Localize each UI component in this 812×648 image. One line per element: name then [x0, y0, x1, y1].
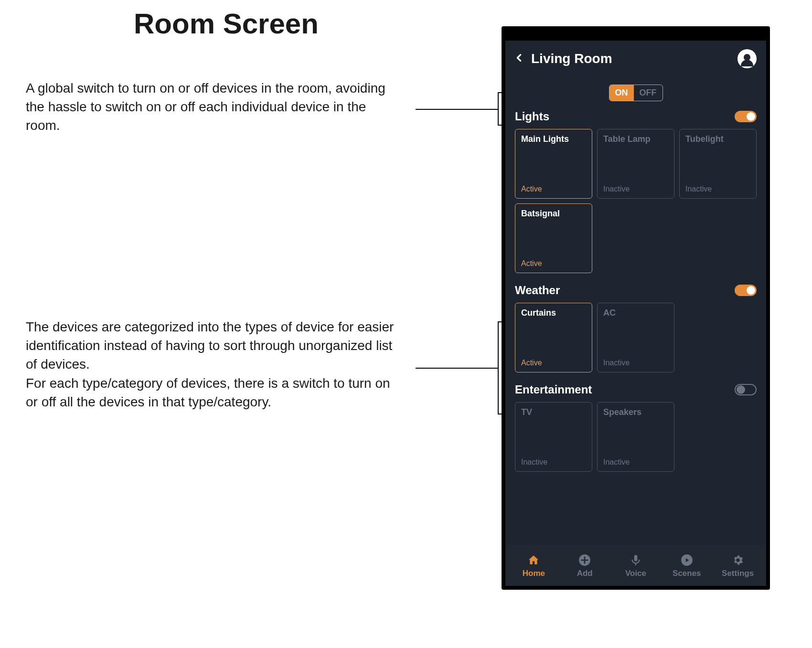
device-name: Curtains — [521, 308, 586, 318]
callout-line — [416, 109, 498, 110]
device-name: Tubelight — [685, 134, 750, 144]
profile-icon[interactable] — [737, 49, 757, 68]
callout-line — [498, 125, 502, 126]
sections-container: Lights Main Lights Active Table Lamp Ina… — [505, 108, 766, 545]
device-name: AC — [603, 308, 668, 318]
svg-rect-1 — [634, 555, 638, 561]
gear-icon — [731, 553, 745, 567]
device-name: Table Lamp — [603, 134, 668, 144]
nav-scenes[interactable]: Scenes — [665, 553, 708, 578]
device-name: Speakers — [603, 407, 668, 417]
section-header: Entertainment — [515, 383, 757, 396]
callout-line — [498, 321, 502, 322]
device-name: TV — [521, 407, 586, 417]
device-grid: Main Lights Active Table Lamp Inactive T… — [515, 129, 757, 273]
play-icon — [680, 553, 694, 567]
device-status: Inactive — [603, 185, 668, 193]
device-status: Active — [521, 259, 586, 268]
phone-mockup: Living Room ON OFF Lights Main Lights Ac… — [502, 26, 770, 590]
add-icon — [578, 553, 591, 567]
nav-voice[interactable]: Voice — [614, 553, 657, 578]
section-entertainment: Entertainment TV Inactive Speakers Inact… — [515, 383, 757, 472]
device-card-tubelight[interactable]: Tubelight Inactive — [679, 129, 757, 199]
back-button[interactable] — [514, 51, 524, 66]
nav-add[interactable]: Add — [563, 553, 606, 578]
device-grid: Curtains Active AC Inactive — [515, 303, 757, 372]
section-toggle[interactable] — [735, 111, 757, 122]
home-icon — [527, 553, 540, 567]
section-title: Lights — [515, 110, 549, 123]
global-switch[interactable]: ON OFF — [609, 85, 663, 101]
device-card-batsignal[interactable]: Batsignal Active — [515, 203, 592, 273]
callout-line — [498, 92, 499, 126]
device-card-speakers[interactable]: Speakers Inactive — [597, 402, 674, 472]
device-name: Batsignal — [521, 209, 586, 219]
device-status: Active — [521, 185, 586, 193]
section-title: Entertainment — [515, 383, 592, 396]
global-switch-row: ON OFF — [505, 74, 766, 108]
device-status: Inactive — [685, 185, 750, 193]
bottom-nav: Home Add Voice Scenes — [505, 545, 766, 586]
global-switch-on[interactable]: ON — [609, 85, 634, 101]
nav-label: Home — [523, 569, 545, 578]
callout-line — [498, 321, 499, 414]
phone-screen: Living Room ON OFF Lights Main Lights Ac… — [505, 41, 766, 586]
device-card-table-lamp[interactable]: Table Lamp Inactive — [597, 129, 674, 199]
device-card-tv[interactable]: TV Inactive — [515, 402, 592, 472]
annotation-categories: The devices are categorized into the typ… — [26, 318, 403, 411]
device-status: Inactive — [603, 359, 668, 367]
nav-label: Add — [577, 569, 593, 578]
nav-settings[interactable]: Settings — [716, 553, 759, 578]
device-status: Inactive — [603, 458, 668, 467]
nav-label: Voice — [625, 569, 646, 578]
device-status: Active — [521, 359, 586, 367]
device-name: Main Lights — [521, 134, 586, 144]
room-header: Living Room — [505, 41, 766, 74]
mic-icon — [629, 553, 642, 567]
section-toggle[interactable] — [735, 384, 757, 395]
device-card-curtains[interactable]: Curtains Active — [515, 303, 592, 372]
page-title: Room Screen — [134, 7, 319, 40]
section-title: Weather — [515, 284, 560, 297]
annotation-global-switch: A global switch to turn on or off device… — [26, 79, 403, 135]
nav-label: Scenes — [673, 569, 701, 578]
device-card-main-lights[interactable]: Main Lights Active — [515, 129, 592, 199]
callout-line — [498, 414, 502, 414]
nav-label: Settings — [722, 569, 754, 578]
callout-line — [416, 368, 498, 369]
section-header: Lights — [515, 110, 757, 123]
section-lights: Lights Main Lights Active Table Lamp Ina… — [515, 110, 757, 273]
section-toggle[interactable] — [735, 285, 757, 296]
section-weather: Weather Curtains Active AC Inactive — [515, 284, 757, 372]
global-switch-off[interactable]: OFF — [634, 85, 662, 101]
callout-line — [498, 92, 502, 93]
device-status: Inactive — [521, 458, 586, 467]
section-header: Weather — [515, 284, 757, 297]
nav-home[interactable]: Home — [512, 553, 555, 578]
room-title: Living Room — [531, 51, 731, 66]
device-card-ac[interactable]: AC Inactive — [597, 303, 674, 372]
device-grid: TV Inactive Speakers Inactive — [515, 402, 757, 472]
